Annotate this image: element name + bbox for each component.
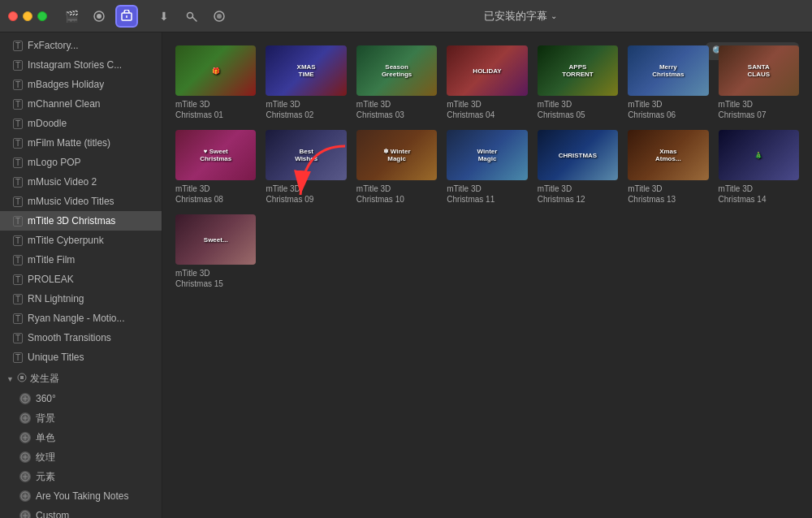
thumbnail-christmas04[interactable]: HOLIDAY: [447, 45, 527, 96]
thumbnail-christmas15[interactable]: Sweet...: [175, 214, 256, 265]
sidebar-item-proleak[interactable]: T PROLEAK: [0, 270, 162, 289]
sidebar-item-mdoodle[interactable]: T mDoodle: [0, 114, 162, 133]
thumbnail-christmas08[interactable]: ♥ Sweet Christmas: [175, 130, 256, 180]
grid-item-christmas11[interactable]: Winter Magic mTitle 3D Christmas 11: [447, 130, 527, 205]
sidebar-item-unique[interactable]: T Unique Titles: [0, 347, 162, 367]
generator-item-custom[interactable]: Custom: [0, 506, 162, 518]
item-title-line1: mTitle 3D: [538, 99, 618, 110]
sidebar-item-instagram[interactable]: T Instagram Stories C...: [0, 55, 162, 75]
thumb-text-christmas13: Xmas Atmos...: [652, 145, 685, 166]
sidebar-item-mtitlecyber[interactable]: T mTitle Cyberpunk: [0, 231, 162, 250]
package-icon[interactable]: [115, 5, 138, 28]
generator-item-notes[interactable]: Are You Taking Notes: [0, 486, 162, 506]
toolbar-icons: 🎬: [60, 5, 138, 28]
item-title-christmas02: mTitle 3D Christmas 02: [266, 99, 346, 120]
sidebar-item-smooth[interactable]: T Smooth Transitions: [0, 328, 162, 347]
grid-item-christmas05[interactable]: APPS TORRENT mTitle 3D Christmas 05: [538, 45, 618, 120]
grid-item-christmas15[interactable]: Sweet... mTitle 3D Christmas 15: [175, 214, 256, 289]
thumbnail-christmas10[interactable]: ❄ Winter Magic: [356, 130, 437, 180]
item-title-christmas08: mTitle 3D Christmas 08: [175, 183, 256, 205]
sidebar-item-label: mTitle Film: [28, 254, 75, 265]
sidebar-item-mmusicvideo[interactable]: T mMusic Video Titles: [0, 192, 162, 211]
grid-item-christmas08[interactable]: ♥ Sweet Christmas mTitle 3D Christmas 08: [175, 130, 256, 205]
circle-icon[interactable]: [88, 5, 110, 28]
thumbnail-christmas12[interactable]: CHRISTMAS: [538, 130, 618, 180]
generator-item-element[interactable]: 元素: [0, 467, 162, 486]
maximize-button[interactable]: [37, 11, 47, 21]
sidebar-item-rnlightning[interactable]: T RN Lightning: [0, 289, 162, 309]
t-icon: T: [13, 177, 23, 188]
thumbnail-christmas03[interactable]: Season Greetings: [356, 45, 437, 96]
record-icon[interactable]: [208, 5, 231, 28]
thumbnail-christmas05[interactable]: APPS TORRENT: [538, 45, 618, 96]
grid-item-christmas07[interactable]: SANTA CLAUS mTitle 3D Christmas 07: [719, 45, 799, 120]
generator-item-label: Custom: [36, 510, 69, 518]
download-icon[interactable]: ⬇: [153, 5, 175, 28]
sidebar-item-mlogo[interactable]: T mLogo POP: [0, 153, 162, 172]
grid-item-christmas06[interactable]: Merry Christmas mTitle 3D Christmas 06: [628, 45, 708, 120]
generator-item-label: Are You Taking Notes: [36, 490, 129, 502]
t-icon: T: [13, 352, 23, 363]
item-title-christmas12: mTitle 3D Christmas 12: [538, 183, 618, 205]
item-title-christmas05: mTitle 3D Christmas 05: [538, 99, 618, 120]
sidebar-item-label: mMusic Video Titles: [28, 196, 114, 207]
generator-section-header[interactable]: ▼ 发生器: [0, 367, 162, 389]
item-title-line2: Christmas 02: [266, 110, 346, 120]
thumb-text-christmas15: Sweet...: [201, 233, 231, 247]
grid-item-christmas10[interactable]: ❄ Winter Magic mTitle 3D Christmas 10: [356, 130, 437, 205]
thumb-text-christmas04: HOLIDAY: [469, 64, 504, 78]
thumbnail-christmas02[interactable]: XMAS TIME: [266, 45, 346, 96]
key-icon[interactable]: [180, 5, 203, 28]
grid-item-christmas02[interactable]: XMAS TIME mTitle 3D Christmas 02: [266, 45, 346, 120]
sidebar-item-label: mDoodle: [28, 118, 67, 129]
grid-item-christmas14[interactable]: 🎄 mTitle 3D Christmas 14: [719, 130, 799, 205]
close-button[interactable]: [8, 11, 18, 21]
svg-line-5: [192, 17, 197, 21]
generator-item-label: 元素: [36, 470, 55, 484]
sidebar: T FxFactory... T Instagram Stories C... …: [0, 32, 162, 518]
generator-item-solid[interactable]: 单色: [0, 428, 162, 447]
sidebar-item-mchannel[interactable]: T mChannel Clean: [0, 94, 162, 114]
generator-item-bg[interactable]: 背景: [0, 408, 162, 428]
film-icon[interactable]: 🎬: [60, 5, 83, 28]
thumbnail-christmas06[interactable]: Merry Christmas: [628, 45, 708, 96]
grid-item-christmas13[interactable]: Xmas Atmos... mTitle 3D Christmas 13: [628, 130, 708, 205]
thumb-text-christmas02: XMAS TIME: [294, 60, 319, 81]
item-title-christmas04: mTitle 3D Christmas 04: [447, 99, 527, 120]
item-title-line2: Christmas 09: [266, 194, 346, 205]
sidebar-item-mfilm[interactable]: T mFilm Matte (titles): [0, 133, 162, 153]
generator-item-icon: [19, 490, 31, 502]
thumbnail-christmas14[interactable]: 🎄: [719, 130, 799, 180]
thumbnail-christmas01[interactable]: 🎁: [175, 45, 256, 96]
grid-item-christmas03[interactable]: Season Greetings mTitle 3D Christmas 03: [356, 45, 437, 120]
sidebar-item-fxfactory[interactable]: T FxFactory...: [0, 36, 162, 55]
thumbnail-christmas13[interactable]: Xmas Atmos...: [628, 130, 708, 180]
sidebar-item-mtitlefilm[interactable]: T mTitle Film: [0, 250, 162, 270]
thumbnail-grid: 🎁 mTitle 3D Christmas 01 XMAS TIME mTitl…: [175, 45, 799, 289]
generator-item-texture[interactable]: 纹理: [0, 447, 162, 467]
grid-item-christmas04[interactable]: HOLIDAY mTitle 3D Christmas 04: [447, 45, 527, 120]
thumb-text-christmas09: Best Wishes: [292, 145, 321, 166]
generator-item-360[interactable]: 360°: [0, 389, 162, 408]
item-title-line1: mTitle 3D: [175, 183, 256, 194]
thumbnail-christmas11[interactable]: Winter Magic: [447, 130, 527, 180]
grid-item-christmas09[interactable]: Best Wishes mTitle 3D Christmas 09: [266, 130, 346, 205]
thumb-text-christmas10: ❄ Winter Magic: [380, 145, 414, 166]
item-title-line1: mTitle 3D: [175, 268, 256, 278]
item-title-line2: Christmas 07: [719, 110, 799, 120]
sidebar-item-label: Unique Titles: [28, 352, 84, 363]
grid-item-christmas12[interactable]: CHRISTMAS mTitle 3D Christmas 12: [538, 130, 618, 205]
item-title-line2: Christmas 04: [447, 110, 527, 120]
item-title-line1: mTitle 3D: [447, 183, 527, 194]
sidebar-item-ryannangle[interactable]: T Ryan Nangle - Motio...: [0, 309, 162, 328]
sidebar-item-mtitle3d[interactable]: T mTitle 3D Christmas: [0, 211, 162, 231]
minimize-button[interactable]: [23, 11, 32, 21]
thumbnail-christmas07[interactable]: SANTA CLAUS: [719, 45, 799, 96]
thumbnail-christmas09[interactable]: Best Wishes: [266, 130, 346, 180]
sidebar-item-mbadges[interactable]: T mBadges Holiday: [0, 75, 162, 94]
item-title-christmas14: mTitle 3D Christmas 14: [719, 183, 799, 205]
item-title-line2: Christmas 01: [175, 110, 256, 120]
sidebar-item-mmusic2[interactable]: T mMusic Video 2: [0, 172, 162, 192]
t-icon: T: [13, 313, 23, 324]
grid-item-christmas01[interactable]: 🎁 mTitle 3D Christmas 01: [175, 45, 256, 120]
